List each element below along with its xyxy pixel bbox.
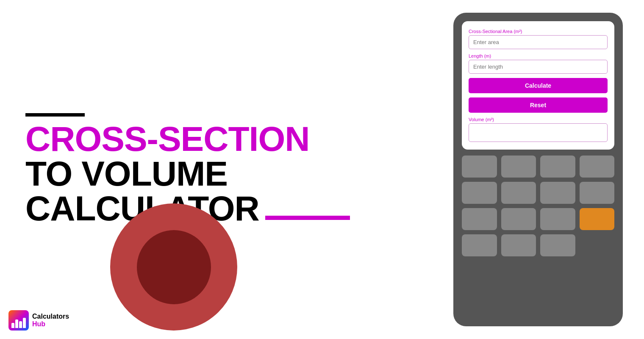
key-10[interactable] xyxy=(501,208,536,230)
key-1[interactable] xyxy=(462,156,497,178)
volume-label: Volume (m³) xyxy=(469,117,608,122)
key-5[interactable] xyxy=(462,182,497,204)
logo-bar-1 xyxy=(11,323,14,328)
keypad xyxy=(462,156,614,256)
key-13[interactable] xyxy=(501,234,536,256)
key-4[interactable] xyxy=(580,156,615,178)
logo-bar-3 xyxy=(19,321,22,328)
key-8[interactable] xyxy=(580,182,615,204)
key-2[interactable] xyxy=(501,156,536,178)
title-line1: CROSS-SECTION xyxy=(25,122,424,156)
area-input[interactable] xyxy=(469,35,608,49)
reset-button[interactable]: Reset xyxy=(469,97,608,113)
key-14[interactable] xyxy=(540,234,575,256)
logo-bar-4 xyxy=(23,318,26,328)
length-input[interactable] xyxy=(469,60,608,74)
key-12[interactable] xyxy=(462,234,497,256)
logo-bar-2 xyxy=(15,320,18,328)
volume-field-group: Volume (m³) xyxy=(469,117,608,142)
logo-text: Calculators Hub xyxy=(32,313,69,328)
cross-section-illustration xyxy=(110,203,237,331)
key-7[interactable] xyxy=(540,182,575,204)
key-11[interactable] xyxy=(540,208,575,230)
calculator-screen: Cross-Sectional Area (m²) Length (m) Cal… xyxy=(462,21,614,150)
circle-inner xyxy=(137,230,211,304)
calculate-button[interactable]: Calculate xyxy=(469,78,608,93)
logo-name-bottom: Hub xyxy=(32,320,69,328)
key-6[interactable] xyxy=(501,182,536,204)
length-label: Length (m) xyxy=(469,53,608,58)
logo: Calculators Hub xyxy=(8,310,69,331)
title-top-bar xyxy=(25,113,85,117)
title-underline-bar xyxy=(265,216,350,220)
key-9[interactable] xyxy=(462,208,497,230)
key-3[interactable] xyxy=(540,156,575,178)
logo-icon xyxy=(8,310,29,331)
length-field-group: Length (m) xyxy=(469,53,608,74)
title-line2: TO VOLUME xyxy=(25,156,424,191)
area-field-group: Cross-Sectional Area (m²) xyxy=(469,29,608,49)
area-label: Cross-Sectional Area (m²) xyxy=(469,29,608,34)
calculator-device: Cross-Sectional Area (m²) Length (m) Cal… xyxy=(453,13,623,326)
key-orange[interactable] xyxy=(580,208,615,230)
right-section: Cross-Sectional Area (m²) Length (m) Cal… xyxy=(449,8,627,331)
logo-name-top: Calculators xyxy=(32,313,69,320)
volume-output xyxy=(469,123,608,142)
circle-outer xyxy=(110,203,237,331)
left-section: CROSS-SECTION TO VOLUME CALCULATOR Calcu… xyxy=(0,0,449,339)
